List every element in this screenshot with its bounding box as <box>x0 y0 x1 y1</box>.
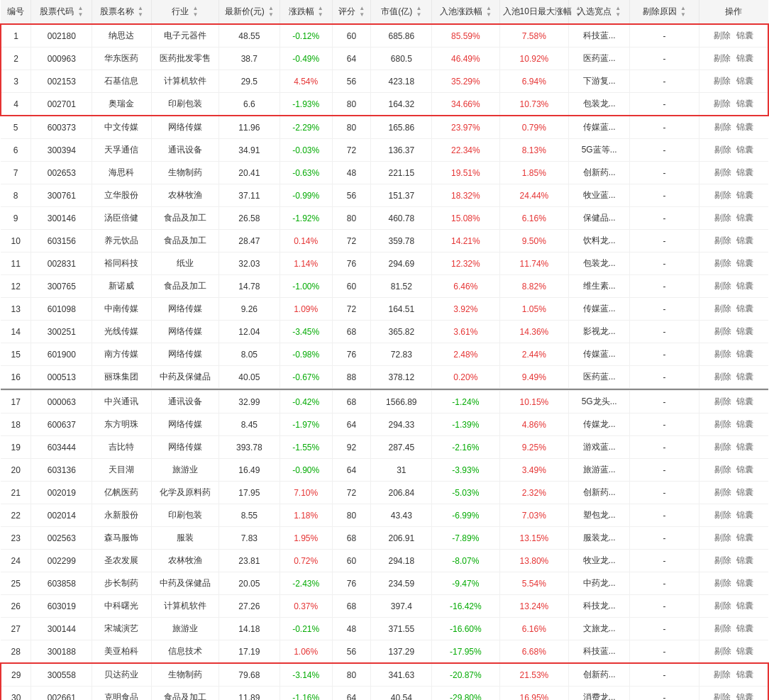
cell-max10d: 6.68% <box>499 640 569 664</box>
col-header-entry[interactable]: 入选宽点 ▲▼ <box>569 0 630 24</box>
delete-link[interactable]: 剔除 <box>714 53 731 63</box>
cell-max10d: 13.15% <box>499 527 569 550</box>
jinang-link[interactable]: 锦囊 <box>736 122 753 132</box>
cell-action: 剔除 锦囊 <box>699 230 768 252</box>
jinang-link[interactable]: 锦囊 <box>736 76 753 86</box>
cell-reason: - <box>630 413 699 436</box>
delete-link[interactable]: 剔除 <box>714 555 731 565</box>
jinang-link[interactable]: 锦囊 <box>736 213 753 223</box>
delete-link[interactable]: 剔除 <box>714 167 731 177</box>
delete-link[interactable]: 剔除 <box>714 692 731 700</box>
jinang-link[interactable]: 锦囊 <box>736 623 753 633</box>
delete-link[interactable]: 剔除 <box>714 396 731 406</box>
delete-link[interactable]: 剔除 <box>714 419 731 429</box>
jinang-link[interactable]: 锦囊 <box>736 487 753 497</box>
cell-price: 6.6 <box>218 93 280 116</box>
delete-link[interactable]: 剔除 <box>714 190 731 200</box>
col-header-reason[interactable]: 剔除原因 ▲▼ <box>630 0 699 24</box>
col-header-price[interactable]: 最新价(元) ▲▼ <box>218 0 280 24</box>
table-row: 25 603858 步长制药 中药及保健品 20.05 -2.43% 76 23… <box>1 572 768 595</box>
cell-reason: - <box>630 70 699 93</box>
jinang-link[interactable]: 锦囊 <box>736 396 753 406</box>
cell-industry: 网络传媒 <box>151 116 218 139</box>
sort-icon-reason: ▲▼ <box>680 6 686 18</box>
jinang-link[interactable]: 锦囊 <box>736 465 753 474</box>
cell-industry: 食品及加工 <box>151 207 218 230</box>
jinang-link[interactable]: 锦囊 <box>736 145 753 155</box>
delete-link[interactable]: 剔除 <box>714 646 731 656</box>
jinang-link[interactable]: 锦囊 <box>736 578 753 588</box>
col-header-code[interactable]: 股票代码 ▲▼ <box>31 0 92 24</box>
delete-link[interactable]: 剔除 <box>714 670 731 679</box>
jinang-link[interactable]: 锦囊 <box>736 281 753 291</box>
delete-link[interactable]: 剔除 <box>714 465 731 474</box>
cell-max10d: 9.49% <box>499 366 569 389</box>
delete-link[interactable]: 剔除 <box>714 623 731 633</box>
col-header-name[interactable]: 股票名称 ▲▼ <box>92 0 151 24</box>
delete-link[interactable]: 剔除 <box>714 30 731 40</box>
delete-link[interactable]: 剔除 <box>714 122 731 132</box>
jinang-link[interactable]: 锦囊 <box>736 555 753 565</box>
jinang-link[interactable]: 锦囊 <box>736 326 753 336</box>
jinang-link[interactable]: 锦囊 <box>736 442 753 452</box>
jinang-link[interactable]: 锦囊 <box>736 510 753 520</box>
delete-link[interactable]: 剔除 <box>714 578 731 588</box>
jinang-link[interactable]: 锦囊 <box>736 167 753 177</box>
cell-industry: 网络传媒 <box>151 343 218 366</box>
cell-action: 剔除 锦囊 <box>699 618 768 640</box>
cell-code: 002180 <box>31 24 92 48</box>
jinang-link[interactable]: 锦囊 <box>736 372 753 382</box>
delete-link[interactable]: 剔除 <box>714 533 731 543</box>
jinang-link[interactable]: 锦囊 <box>736 533 753 543</box>
delete-link[interactable]: 剔除 <box>714 213 731 223</box>
col-header-max10d[interactable]: 入池10日最大涨幅 ▲▼ <box>499 0 569 24</box>
table-row: 16 000513 丽珠集团 中药及保健品 40.05 -0.67% 88 37… <box>1 366 768 389</box>
col-header-no[interactable]: 编号 <box>1 0 31 24</box>
delete-link[interactable]: 剔除 <box>714 442 731 452</box>
delete-link[interactable]: 剔除 <box>714 76 731 86</box>
delete-link[interactable]: 剔除 <box>714 99 731 109</box>
cell-industry: 网络传媒 <box>151 298 218 321</box>
delete-link[interactable]: 剔除 <box>714 281 731 291</box>
delete-link[interactable]: 剔除 <box>714 304 731 313</box>
delete-link[interactable]: 剔除 <box>714 235 731 245</box>
cell-inflow: 14.21% <box>432 230 499 252</box>
delete-link[interactable]: 剔除 <box>714 601 731 611</box>
col-header-score[interactable]: 评分 ▲▼ <box>332 0 371 24</box>
cell-name: 亿帆医药 <box>92 482 151 504</box>
delete-link[interactable]: 剔除 <box>714 326 731 336</box>
jinang-link[interactable]: 锦囊 <box>736 99 753 109</box>
delete-link[interactable]: 剔除 <box>714 349 731 359</box>
cell-code: 002014 <box>31 504 92 527</box>
cell-reason: - <box>630 366 699 389</box>
jinang-link[interactable]: 锦囊 <box>736 235 753 245</box>
jinang-link[interactable]: 锦囊 <box>736 670 753 679</box>
col-header-industry[interactable]: 行业 ▲▼ <box>151 0 218 24</box>
cell-code: 300761 <box>31 184 92 207</box>
jinang-link[interactable]: 锦囊 <box>736 190 753 200</box>
col-header-mktcap[interactable]: 市值(亿) ▲▼ <box>371 0 432 24</box>
cell-score: 72 <box>332 482 371 504</box>
table-row: 10 603156 养元饮品 食品及加工 28.47 0.14% 72 359.… <box>1 230 768 252</box>
jinang-link[interactable]: 锦囊 <box>736 646 753 656</box>
sort-icon-name: ▲▼ <box>138 6 143 18</box>
jinang-link[interactable]: 锦囊 <box>736 692 753 700</box>
cell-name: 裕同科技 <box>92 252 151 275</box>
jinang-link[interactable]: 锦囊 <box>736 258 753 268</box>
jinang-link[interactable]: 锦囊 <box>736 30 753 40</box>
cell-change: 1.18% <box>280 504 332 527</box>
jinang-link[interactable]: 锦囊 <box>736 53 753 63</box>
jinang-link[interactable]: 锦囊 <box>736 349 753 359</box>
delete-link[interactable]: 剔除 <box>714 258 731 268</box>
delete-link[interactable]: 剔除 <box>714 145 731 155</box>
delete-link[interactable]: 剔除 <box>714 372 731 382</box>
delete-link[interactable]: 剔除 <box>714 510 731 520</box>
jinang-link[interactable]: 锦囊 <box>736 419 753 429</box>
cell-reason: - <box>630 298 699 321</box>
cell-change: -1.55% <box>280 436 332 459</box>
jinang-link[interactable]: 锦囊 <box>736 304 753 313</box>
delete-link[interactable]: 剔除 <box>714 487 731 497</box>
col-header-inflow[interactable]: 入池涨跌幅 ▲▼ <box>432 0 499 24</box>
col-header-change[interactable]: 涨跌幅 ▲▼ <box>280 0 332 24</box>
jinang-link[interactable]: 锦囊 <box>736 601 753 611</box>
